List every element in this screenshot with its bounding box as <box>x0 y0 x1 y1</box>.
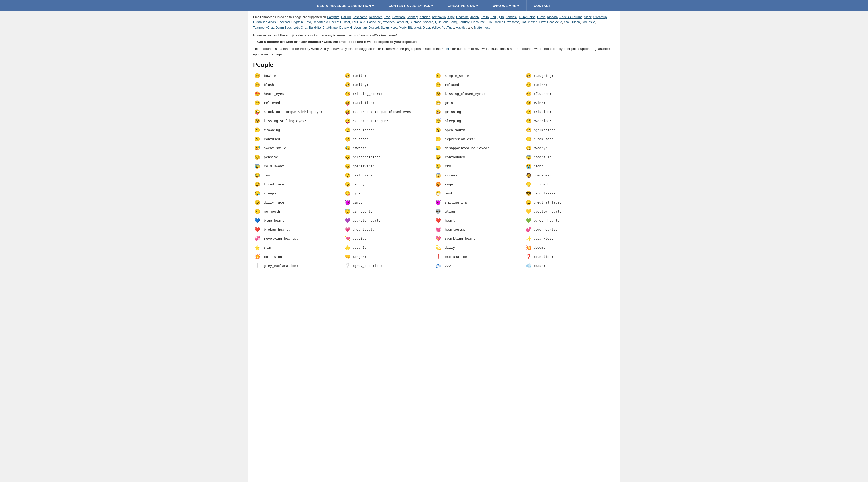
emoji-code[interactable]: :kissing: <box>533 110 551 115</box>
emoji-code[interactable]: :yellow_heart: <box>533 209 562 214</box>
emoji-code[interactable]: :grey_exclamation: <box>262 263 298 268</box>
emoji-code[interactable]: :exclamation: <box>443 254 469 259</box>
link-textbox[interactable]: Textbox.io <box>432 15 446 19</box>
link-jabbr[interactable]: JabbR <box>470 15 479 19</box>
link-mattermost[interactable]: Mattermost <box>474 26 490 29</box>
emoji-row[interactable]: 🙂:simple_smile: <box>434 72 524 80</box>
link-flow[interactable]: Flow <box>539 21 546 24</box>
emoji-row[interactable]: 😛:stuck_out_tongue_closed_eyes: <box>344 108 434 116</box>
emoji-code[interactable]: :kissing_heart: <box>352 91 382 96</box>
link-readme[interactable]: ReadMe.io <box>547 21 562 24</box>
emoji-row[interactable]: 😞:disappointed: <box>344 153 434 161</box>
link-letschat[interactable]: Let's Chat <box>293 26 307 29</box>
emoji-row[interactable]: 😐:neutral_face: <box>524 198 615 207</box>
emoji-code[interactable]: :anger: <box>352 254 367 259</box>
emoji-row[interactable]: 😛:stuck_out_tongue: <box>344 117 434 125</box>
emoji-row[interactable]: 😩:weary: <box>524 144 615 153</box>
emoji-row[interactable]: 💖:sparkling_heart: <box>434 235 524 243</box>
emoji-row[interactable]: 😏:smirk: <box>524 81 615 89</box>
link-discourse[interactable]: Discourse <box>471 21 485 24</box>
emoji-row[interactable]: 😫:tired_face: <box>253 180 344 189</box>
link-usersnap[interactable]: Usersnap <box>353 26 367 29</box>
emoji-row[interactable]: 😰:cold_sweat: <box>253 162 344 171</box>
emoji-code[interactable]: :fearful: <box>533 155 551 160</box>
emoji-row[interactable]: 😀:grinning: <box>434 108 524 116</box>
emoji-code[interactable]: :open_mouth: <box>443 127 467 133</box>
emoji-code[interactable]: :smiling_imp: <box>443 200 469 205</box>
emoji-row[interactable]: 😥:disappointed_relieved: <box>434 144 524 153</box>
emoji-row[interactable]: 😀:smile: <box>344 72 434 80</box>
nav-contact[interactable]: CONTACT <box>527 0 558 11</box>
emoji-row[interactable]: 😱:scream: <box>434 171 524 180</box>
emoji-row[interactable]: 💥:boom: <box>524 244 615 252</box>
link-andbang[interactable]: And Bang <box>443 21 457 24</box>
emoji-row[interactable]: 💞:revolving_hearts: <box>253 235 344 243</box>
emoji-code[interactable]: :mask: <box>443 191 455 196</box>
emoji-row[interactable]: 😂:joy: <box>253 171 344 180</box>
emoji-row[interactable]: 😬:grimacing: <box>524 126 615 134</box>
link-damnbugs[interactable]: Damn Bugs <box>276 26 292 29</box>
emoji-row[interactable]: 😉:wink: <box>524 99 615 107</box>
emoji-row[interactable]: 😚:kissing_smiling_eyes: <box>253 117 344 125</box>
emoji-code[interactable]: :blush: <box>262 82 276 87</box>
emoji-code[interactable]: :pensive: <box>262 155 280 160</box>
emoji-code[interactable]: :laughing: <box>533 73 553 78</box>
link-idobata[interactable]: Idobata <box>547 15 558 19</box>
emoji-row[interactable]: 💨:dash: <box>524 262 615 270</box>
link-nodebb[interactable]: NodeBB Forums <box>559 15 582 19</box>
emoji-row[interactable]: 😘:kissing_heart: <box>344 90 434 98</box>
emoji-code[interactable]: :stuck_out_tongue_closed_eyes: <box>352 110 413 115</box>
emoji-code[interactable]: :revolving_hearts: <box>262 236 298 241</box>
emoji-code[interactable]: :no_mouth: <box>262 209 282 214</box>
emoji-code[interactable]: :dash: <box>533 263 546 268</box>
emoji-code[interactable]: :frowning: <box>262 127 282 133</box>
link-ello[interactable]: Ello <box>487 21 492 24</box>
emoji-row[interactable]: 😳:flushed: <box>524 90 615 98</box>
link-sococo[interactable]: Sococo <box>423 21 433 24</box>
emoji-code[interactable]: :stuck_out_tongue: <box>352 118 389 124</box>
emoji-row[interactable]: 💔:broken_heart: <box>253 225 344 234</box>
emoji-row[interactable]: 😇:innocent: <box>344 207 434 216</box>
emoji-code[interactable]: :neckbeard: <box>533 173 556 178</box>
emoji-row[interactable]: 🙁:frowning: <box>253 126 344 134</box>
emoji-row[interactable]: 💫:dizzy: <box>434 244 524 252</box>
link-trac[interactable]: Trac <box>384 15 390 19</box>
emoji-row[interactable]: 😖:confounded: <box>434 153 524 161</box>
link-organisedminds[interactable]: OrganisedMinds <box>253 21 276 24</box>
emoji-row[interactable]: 😊:bowtie: <box>253 72 344 80</box>
link-myvideo[interactable]: MyVideoGameList <box>382 21 408 24</box>
emoji-row[interactable]: 😌:relaxed: <box>434 81 524 89</box>
emoji-code[interactable]: :broken_heart: <box>262 227 290 232</box>
emoji-row[interactable]: 😮:open_mouth: <box>434 126 524 134</box>
emoji-code[interactable]: :relieved: <box>262 100 282 106</box>
link-redbooth[interactable]: Redbooth <box>369 15 382 19</box>
emoji-code[interactable]: :smirk: <box>533 82 548 87</box>
emoji-code[interactable]: :green_heart: <box>533 218 560 223</box>
emoji-row[interactable]: 😵:dizzy_face: <box>253 198 344 207</box>
emoji-code[interactable]: :sleeping: <box>443 118 463 124</box>
emoji-code[interactable]: :heart: <box>443 218 457 223</box>
emoji-code[interactable]: :persevere: <box>352 164 375 169</box>
emoji-code[interactable]: :purple_heart: <box>352 218 381 223</box>
emoji-row[interactable]: 💗:heartbeat: <box>344 225 434 234</box>
link-youtube[interactable]: YouTube <box>442 26 454 29</box>
emoji-code[interactable]: :satisfied: <box>352 100 375 106</box>
link-yellow[interactable]: Yellow <box>432 26 440 29</box>
link-statushero[interactable]: Status Hero <box>381 26 397 29</box>
emoji-row[interactable]: 😑:expressionless: <box>434 135 524 144</box>
emoji-code[interactable]: :relaxed: <box>443 82 461 87</box>
emoji-code[interactable]: :flushed: <box>533 91 551 96</box>
link-irccloud[interactable]: IRCCloud <box>352 21 365 24</box>
emoji-row[interactable]: 😷:mask: <box>434 189 524 198</box>
link-slack[interactable]: Slack <box>584 15 591 19</box>
emoji-code[interactable]: :sparkles: <box>533 236 553 241</box>
link-trello[interactable]: Trello <box>481 15 489 19</box>
link-campfire[interactable]: Campfire <box>327 15 340 19</box>
emoji-row[interactable]: 👽:alien: <box>434 207 524 216</box>
emoji-code[interactable]: :grimacing: <box>533 127 556 133</box>
emoji-code[interactable]: :smiley: <box>352 82 369 87</box>
emoji-code[interactable]: :confused: <box>262 137 282 142</box>
emoji-row[interactable]: 😠:angry: <box>344 180 434 189</box>
link-qiita[interactable]: Qiita <box>497 15 504 19</box>
emoji-row[interactable]: 😈:smiling_imp: <box>434 198 524 207</box>
